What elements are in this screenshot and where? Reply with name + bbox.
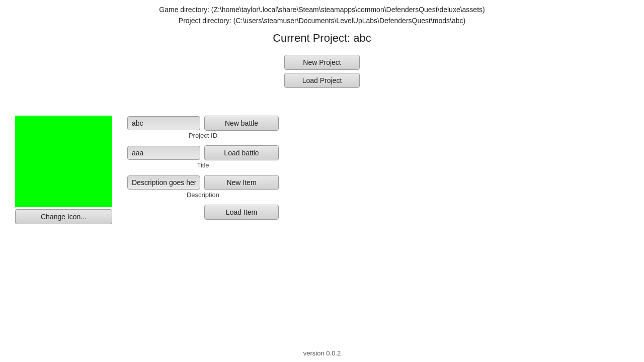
version-text: version 0.0.2	[303, 349, 341, 357]
project-id-label: Project ID	[127, 132, 279, 139]
description-label: Description	[127, 191, 279, 199]
description-input[interactable]	[127, 175, 200, 190]
icon-section: Change Icon...	[15, 116, 112, 224]
load-battle-button[interactable]: Load battle	[204, 145, 279, 160]
project-id-input[interactable]	[127, 116, 200, 130]
load-project-button[interactable]: Load Project	[284, 73, 360, 88]
fields-section: New battle Project ID Load battle Title …	[127, 116, 279, 220]
new-project-button[interactable]: New Project	[284, 55, 360, 70]
change-icon-button[interactable]: Change Icon...	[15, 209, 112, 224]
icon-preview	[15, 116, 112, 207]
load-item-button[interactable]: Load Item	[204, 205, 279, 220]
project-directory-text: Project directory: (C:\users\steamuser\D…	[0, 15, 644, 26]
game-directory-text: Game directory: (Z:\home\taylor\.local\s…	[0, 4, 644, 15]
title-input[interactable]	[127, 146, 200, 160]
title-label: Title	[127, 161, 279, 169]
new-item-button[interactable]: New Item	[204, 175, 279, 190]
new-battle-button[interactable]: New battle	[204, 116, 279, 131]
current-project-title: Current Project: abc	[0, 32, 644, 45]
